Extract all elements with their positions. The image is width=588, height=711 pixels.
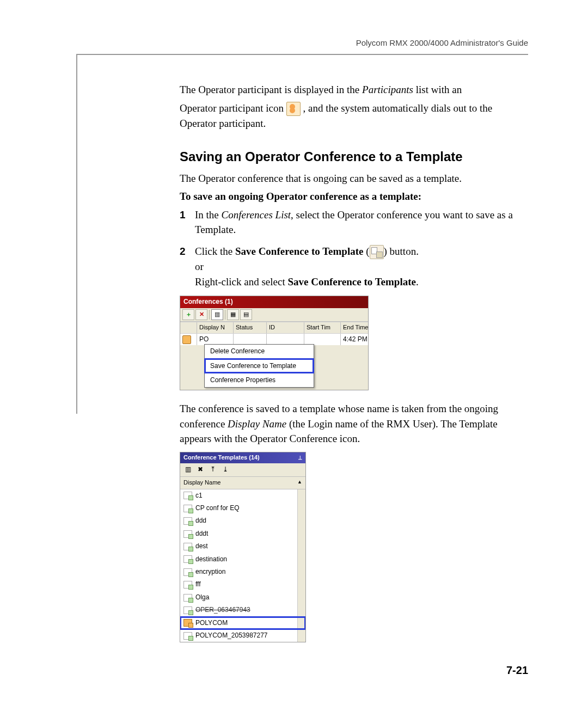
- list-item[interactable]: CP conf for EQ: [180, 502, 305, 514]
- text: Operator participant icon: [180, 102, 286, 114]
- cell-start: [304, 334, 341, 345]
- template-icon: [183, 594, 192, 602]
- panel-toolbar: ▥ ✖ ⤒ ⤓: [180, 463, 305, 476]
- col-id[interactable]: ID: [267, 322, 304, 333]
- template-name: POLYCOM: [195, 618, 228, 628]
- view-mode-icon[interactable]: ▦: [227, 309, 239, 320]
- section-heading: Saving an Operator Conference to a Templ…: [180, 148, 528, 167]
- menu-save-conference-to-template[interactable]: Save Conference to Template: [205, 359, 314, 373]
- text: (: [363, 246, 369, 257]
- save-template-icon[interactable]: ▥: [211, 309, 223, 320]
- menu-delete-conference[interactable]: Delete Conference: [205, 345, 314, 358]
- template-name: destination: [195, 555, 227, 564]
- list-item[interactable]: ddd: [180, 514, 305, 527]
- template-icon: [183, 568, 192, 576]
- context-menu: Delete Conference Save Conference to Tem…: [204, 344, 314, 388]
- text: Click the: [195, 246, 235, 257]
- pin-icon[interactable]: ⟂: [298, 453, 302, 462]
- col-icon: [180, 322, 197, 333]
- template-icon: [183, 543, 192, 550]
- column-header[interactable]: Display Name ▲: [180, 476, 305, 489]
- panel-toolbar: ＋ ✕ ▥ ▦ ▤: [180, 308, 368, 322]
- operator-participant-icon: [286, 102, 301, 116]
- title-text: Conference Templates (14): [183, 453, 260, 462]
- display-name-term: Display Name: [228, 418, 286, 430]
- conferences-panel: Conferences (1) ＋ ✕ ▥ ▦ ▤ Display N Stat…: [180, 296, 369, 390]
- template-name: POLYCOM_2053987277: [195, 631, 268, 640]
- after-panel-paragraph: The conference is saved to a template wh…: [180, 401, 528, 446]
- template-name: dddt: [195, 529, 208, 538]
- template-name: Olga: [195, 593, 209, 602]
- template-name: fff: [195, 580, 201, 589]
- separator: [225, 310, 225, 320]
- add-conference-icon[interactable]: ＋: [182, 309, 194, 320]
- intro-line-1: The Operator participant is displayed in…: [180, 82, 528, 97]
- col-display-name: Display Name: [183, 479, 220, 487]
- doc-header: Polycom RMX 2000/4000 Administrator's Gu…: [76, 38, 528, 47]
- template-name: encryption: [195, 567, 225, 577]
- col-start-time[interactable]: Start Tim: [304, 322, 341, 333]
- intro-line-2: Operator participant icon , and the syst…: [180, 101, 528, 131]
- templates-list: c1CP conf for EQddddddtdestdestinationen…: [180, 489, 305, 642]
- step-2-body: Click the Save Conference to Template ()…: [195, 244, 528, 290]
- list-item[interactable]: dddt: [180, 528, 305, 540]
- template-icon: [183, 606, 192, 614]
- panel-body: Delete Conference Save Conference to Tem…: [180, 345, 368, 390]
- list-item[interactable]: POLYCOM: [180, 617, 305, 629]
- list-item[interactable]: destination: [180, 553, 305, 566]
- participants-term: Participants: [362, 84, 413, 95]
- new-template-icon[interactable]: ▥: [182, 465, 193, 475]
- text: In the: [195, 209, 222, 220]
- procedure-title: To save an ongoing Operator conference a…: [180, 189, 528, 204]
- page-number: 7-21: [76, 664, 528, 677]
- list-item[interactable]: Olga: [180, 591, 305, 604]
- list-item[interactable]: c1: [180, 489, 305, 502]
- template-name: c1: [195, 491, 203, 500]
- delete-conference-icon[interactable]: ✕: [195, 309, 207, 320]
- step-number: 2: [180, 244, 195, 290]
- list-item[interactable]: POLYCOM_2053987277: [180, 629, 305, 642]
- panel-title: Conference Templates (14) ⟂: [180, 452, 305, 463]
- text: or: [195, 261, 204, 272]
- list-item[interactable]: dest: [180, 540, 305, 553]
- list-item[interactable]: OPER_063467943: [180, 604, 305, 616]
- save-template-icon: [370, 245, 384, 259]
- step-number: 1: [180, 207, 195, 237]
- rule: [76, 54, 528, 55]
- text: Right-click and select: [195, 276, 287, 287]
- view-mode-icon[interactable]: ▤: [240, 309, 252, 320]
- list-item[interactable]: encryption: [180, 566, 305, 578]
- template-icon: [183, 530, 192, 538]
- operator-conference-icon: [183, 619, 192, 627]
- margin-bar: [76, 54, 77, 414]
- panel-title: Conferences (1): [180, 296, 368, 308]
- template-name: dest: [195, 542, 208, 551]
- menu-conference-properties[interactable]: Conference Properties: [205, 373, 314, 387]
- export-template-icon[interactable]: ⤓: [220, 465, 231, 475]
- text: list with an: [413, 84, 462, 95]
- sort-ascending-icon: ▲: [297, 479, 302, 487]
- col-status[interactable]: Status: [234, 322, 267, 333]
- import-template-icon[interactable]: ⤒: [207, 465, 218, 475]
- template-name: CP conf for EQ: [195, 504, 239, 513]
- step-1-body: In the Conferences List, select the Oper…: [195, 207, 528, 237]
- template-icon: [183, 632, 192, 640]
- col-display-name[interactable]: Display N: [197, 322, 234, 333]
- conference-templates-panel: Conference Templates (14) ⟂ ▥ ✖ ⤒ ⤓ Disp…: [180, 452, 306, 642]
- column-headers: Display N Status ID Start Tim End Time: [180, 322, 368, 333]
- text: ) button.: [384, 246, 419, 257]
- operator-conference-icon: [180, 334, 197, 345]
- template-name: ddd: [195, 516, 206, 525]
- template-name: OPER_063467943: [195, 605, 250, 615]
- template-icon: [183, 517, 192, 525]
- delete-template-icon[interactable]: ✖: [195, 465, 206, 475]
- template-icon: [183, 492, 192, 499]
- template-icon: [183, 555, 192, 563]
- save-conf-to-template-text: Save Conference to Template: [235, 246, 364, 257]
- list-item[interactable]: fff: [180, 578, 305, 591]
- table-row[interactable]: PO 4:42 PM: [180, 333, 368, 345]
- col-end-time[interactable]: End Time: [341, 322, 368, 333]
- section-intro: The Operator conference that is ongoing …: [180, 171, 528, 186]
- save-conf-to-template-text: Save Conference to Template: [287, 276, 416, 287]
- text: .: [416, 276, 419, 287]
